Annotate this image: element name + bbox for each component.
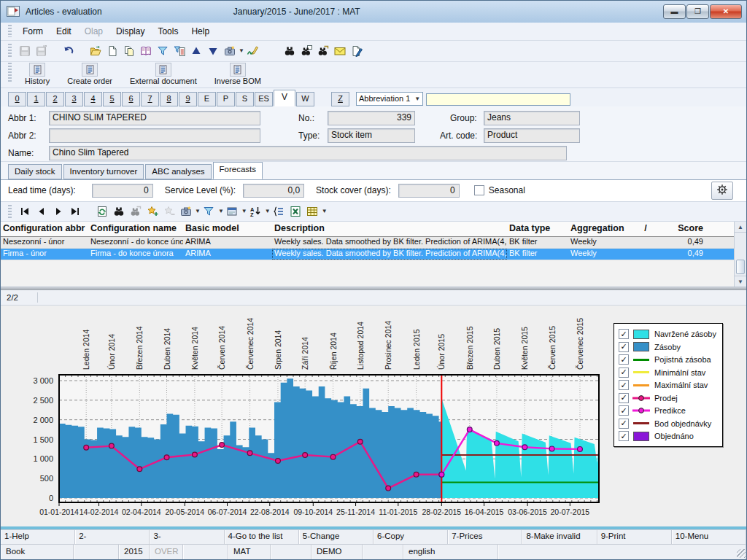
book-button[interactable]: [137, 42, 154, 59]
column-header--[interactable]: /: [635, 222, 656, 236]
menu-tools[interactable]: Tools: [151, 24, 185, 39]
fkey-8-make-invalid[interactable]: 8-Make invalid: [522, 530, 597, 544]
tab-daily-stock[interactable]: Daily stock: [8, 164, 62, 179]
seasonal-checkbox[interactable]: [474, 185, 484, 195]
excel-export-button[interactable]: [287, 203, 304, 219]
cell[interactable]: Nesezonní - únor: [1, 237, 88, 248]
chevron-down-icon[interactable]: ▼: [322, 208, 328, 214]
resize-grip-icon[interactable]: [737, 549, 746, 558]
legend-checkbox[interactable]: ✓: [619, 329, 629, 339]
cell[interactable]: BK filter: [507, 237, 568, 248]
column-header-data-type[interactable]: Data type: [507, 222, 568, 236]
new-document-button[interactable]: [104, 42, 120, 59]
chevron-down-icon[interactable]: ▼: [218, 208, 224, 214]
cell[interactable]: [635, 237, 656, 248]
close-button[interactable]: ✕: [710, 4, 742, 19]
cell[interactable]: BK filter: [507, 249, 568, 260]
filter-button[interactable]: [154, 42, 171, 59]
cell[interactable]: Firma - únor: [1, 249, 88, 260]
legend-checkbox[interactable]: ✓: [619, 342, 629, 352]
camera-button[interactable]: [177, 203, 194, 219]
view-selector-dropdown[interactable]: Abbreviation 1 ▼: [356, 92, 423, 106]
arrow-up-button[interactable]: [187, 42, 204, 59]
legend-checkbox[interactable]: ✓: [619, 419, 629, 429]
stock-cover-field[interactable]: 0: [398, 184, 460, 198]
tab-s[interactable]: S: [236, 92, 254, 106]
menu-form[interactable]: Form: [16, 24, 50, 39]
chevron-down-icon[interactable]: ▼: [241, 208, 247, 214]
tab-9[interactable]: 9: [179, 92, 197, 106]
fkey-9-print[interactable]: 9-Print: [597, 530, 672, 544]
window-settings-button[interactable]: [224, 203, 241, 219]
tab-forecasts[interactable]: Forecasts: [213, 162, 263, 179]
find-next-button[interactable]: [315, 42, 332, 59]
tab-w[interactable]: W: [296, 92, 314, 106]
tab-3[interactable]: 3: [65, 92, 83, 106]
scrollbar-thumb[interactable]: [736, 260, 745, 274]
fkey-1-help[interactable]: 1-Help: [1, 530, 75, 544]
scroll-down-icon[interactable]: ▼: [735, 276, 746, 287]
cell[interactable]: ARIMA: [183, 249, 272, 260]
edit-document-button[interactable]: [349, 42, 365, 59]
name-field[interactable]: Chino Slim Tapered: [49, 146, 567, 160]
find-record-button[interactable]: [298, 42, 315, 59]
tab-0[interactable]: 0: [8, 92, 26, 106]
inverse-bom-button[interactable]: Inverse BOM: [213, 63, 263, 85]
service-level-field[interactable]: 0,0: [243, 184, 304, 198]
legend-checkbox[interactable]: ✓: [619, 405, 629, 416]
scroll-up-icon[interactable]: ▲: [735, 222, 746, 233]
tab-v[interactable]: V: [274, 90, 295, 106]
fkey-5-change[interactable]: 5-Change: [299, 530, 374, 544]
chevron-down-icon[interactable]: ▼: [239, 47, 244, 54]
quick-search-input[interactable]: [426, 93, 570, 106]
tab-8[interactable]: 8: [160, 92, 178, 106]
list-button[interactable]: [271, 203, 287, 219]
tab-4[interactable]: 4: [84, 92, 102, 106]
filter-document-button[interactable]: [171, 42, 187, 59]
artcode-field[interactable]: Product: [484, 128, 580, 143]
column-header-configuration-abbr[interactable]: Configuration abbr: [1, 222, 88, 236]
tab-inventory-turnover[interactable]: Inventory turnover: [63, 164, 144, 179]
tab-e[interactable]: E: [198, 92, 216, 106]
signature-button[interactable]: [244, 42, 261, 59]
cell[interactable]: Weekly sales. Data smoothed by BK filter…: [272, 237, 507, 248]
tab-7[interactable]: 7: [141, 92, 159, 106]
legend-checkbox[interactable]: ✓: [619, 393, 629, 403]
column-header-aggregation[interactable]: Aggregation: [568, 222, 635, 236]
tab-p[interactable]: P: [217, 92, 235, 106]
forecast-settings-button[interactable]: [711, 182, 733, 200]
find-button[interactable]: [282, 42, 298, 59]
cell[interactable]: Firma - do konce února: [88, 249, 183, 260]
type-field[interactable]: Stock item: [328, 128, 415, 143]
cell[interactable]: 0,49: [656, 249, 705, 260]
copy-document-button[interactable]: [120, 42, 137, 59]
column-header-configuration-name[interactable]: Configuration name: [88, 222, 183, 236]
fkey-10-menu[interactable]: 10-Menu: [672, 530, 746, 544]
tab-6[interactable]: 6: [122, 92, 140, 106]
camera-button[interactable]: [221, 42, 238, 59]
column-header-score[interactable]: Score: [656, 222, 705, 236]
minimize-button[interactable]: ▬: [663, 4, 686, 19]
restore-button[interactable]: ❐: [686, 4, 709, 19]
mail-button[interactable]: [332, 42, 349, 59]
open-folder-button[interactable]: [87, 42, 104, 59]
title-bar[interactable]: Articles - evaluation January/2015 - Jun…: [1, 1, 746, 23]
cell[interactable]: Nesezonní - do konce února: [88, 237, 183, 248]
fkey-2-[interactable]: 2-: [75, 530, 150, 544]
create-order-button[interactable]: Create order: [66, 63, 114, 85]
grid-settings-button[interactable]: [304, 203, 321, 219]
menu-edit[interactable]: Edit: [50, 24, 78, 39]
sort-az-button[interactable]: AZ: [247, 203, 264, 219]
add-bookmark-button[interactable]: [144, 203, 160, 219]
legend-checkbox[interactable]: ✓: [619, 368, 629, 378]
fkey-7-prices[interactable]: 7-Prices: [448, 530, 522, 544]
cell[interactable]: Weekly: [568, 249, 635, 260]
cell[interactable]: Weekly: [568, 237, 635, 248]
abbr2-field[interactable]: [49, 128, 260, 143]
legend-checkbox[interactable]: ✓: [619, 380, 629, 390]
legend-checkbox[interactable]: ✓: [619, 431, 629, 441]
find-button[interactable]: [110, 203, 127, 219]
legend-checkbox[interactable]: ✓: [619, 354, 629, 365]
menu-help[interactable]: Help: [185, 24, 216, 39]
arrow-down-button[interactable]: [204, 42, 221, 59]
